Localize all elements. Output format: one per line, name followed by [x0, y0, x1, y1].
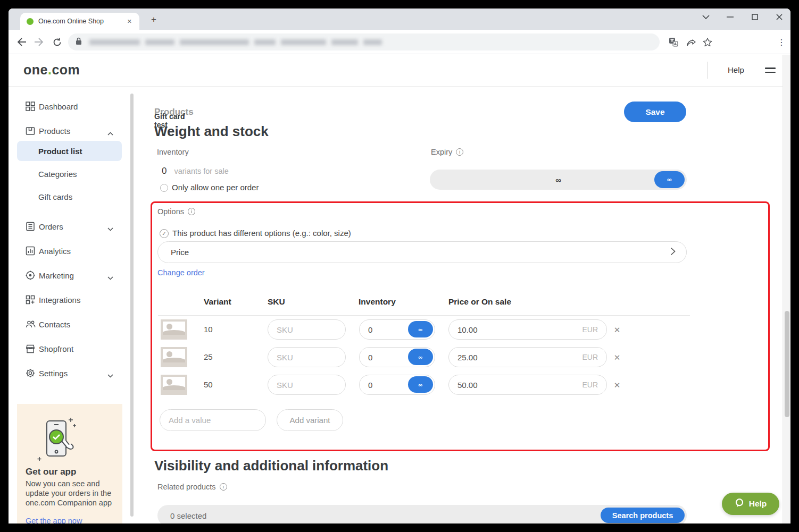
forward-icon[interactable] — [33, 36, 45, 48]
integrations-icon — [26, 295, 36, 305]
sku-input[interactable] — [268, 375, 346, 395]
dashboard-icon — [26, 102, 36, 112]
sidebar-item-analytics[interactable]: Analytics — [9, 241, 130, 261]
reload-icon[interactable] — [51, 36, 63, 48]
remove-variant-icon[interactable]: ✕ — [613, 353, 621, 362]
onecom-logo[interactable]: one.com — [23, 62, 80, 78]
expiry-infinity-toggle[interactable]: ∞ — [654, 171, 685, 188]
inventory-infinity-toggle[interactable]: ∞ — [408, 376, 433, 393]
variant-image-placeholder[interactable] — [161, 319, 187, 340]
change-order-link[interactable]: Change order — [157, 268, 205, 277]
expiry-field[interactable]: ∞ ∞ — [430, 170, 687, 190]
breadcrumb: Products / Gift card test — [154, 107, 194, 117]
sidebar-item-shopfront[interactable]: Shopfront — [9, 339, 130, 359]
option-name-select[interactable]: Price — [157, 241, 687, 263]
info-icon[interactable]: i — [456, 148, 463, 156]
sidebar-label: Integrations — [39, 295, 80, 305]
one-per-order-radio[interactable] — [160, 184, 168, 192]
sidebar-label: Contacts — [39, 320, 70, 329]
get-app-link[interactable]: Get the app now — [26, 517, 82, 523]
sidebar-label: Shopfront — [39, 344, 73, 353]
app-promo-card: Get our app Now you can see and update y… — [17, 404, 122, 523]
browser-menu-dots-icon[interactable]: ⋮ — [776, 36, 787, 48]
options-checkbox[interactable]: ✓ — [160, 229, 169, 238]
variant-image-placeholder[interactable] — [161, 375, 187, 395]
sidebar-label: Categories — [38, 170, 77, 179]
inventory-infinity-toggle[interactable]: ∞ — [408, 349, 433, 365]
promo-text: one.com Companion app — [26, 499, 112, 507]
inventory-field[interactable]: 0 ∞ — [359, 375, 435, 395]
sidebar-item-marketing[interactable]: Marketing — [9, 265, 130, 285]
translate-icon[interactable] — [668, 36, 679, 48]
sidebar-item-contacts[interactable]: Contacts — [9, 314, 130, 334]
chevron-right-icon — [670, 247, 676, 258]
browser-tab[interactable]: One.com Online Shop ✕ — [20, 13, 139, 30]
info-icon[interactable]: i — [220, 483, 227, 491]
window-chevron-icon[interactable] — [702, 13, 710, 21]
sidebar-label: Analytics — [39, 247, 71, 256]
remove-variant-icon[interactable]: ✕ — [613, 381, 621, 390]
inventory-field[interactable]: 0 ∞ — [359, 347, 435, 367]
marketing-icon — [26, 271, 36, 281]
sidebar-item-products[interactable]: Products — [9, 121, 130, 141]
sidebar-scrollbar[interactable] — [130, 94, 134, 517]
variant-value: 50 — [204, 375, 213, 395]
variant-value: 25 — [204, 347, 213, 367]
add-variant-button[interactable]: Add variant — [277, 409, 343, 431]
save-button[interactable]: Save — [624, 102, 686, 122]
lock-icon — [76, 37, 82, 47]
one-per-order-label: Only allow one per order — [172, 183, 259, 192]
browser-tab-bar: One.com Online Shop ✕ + — [9, 9, 790, 30]
page-scrollbar-thumb[interactable] — [785, 311, 789, 417]
currency-label: EUR — [582, 325, 598, 334]
sidebar-item-gift-cards[interactable]: Gift cards — [9, 187, 130, 207]
browser-toolbar: ⋮ — [9, 30, 790, 54]
variants-count: 0 — [162, 166, 167, 176]
sku-input[interactable] — [268, 319, 346, 340]
sku-input[interactable] — [268, 347, 346, 367]
info-icon[interactable]: i — [188, 208, 195, 215]
price-field[interactable]: EUR — [448, 347, 607, 367]
sidebar-item-settings[interactable]: Settings — [9, 363, 130, 383]
help-floating-button[interactable]: Help — [722, 493, 779, 515]
price-input[interactable] — [449, 325, 555, 334]
analytics-icon — [26, 246, 36, 256]
share-icon[interactable] — [686, 36, 697, 48]
header-help-link[interactable]: Help — [728, 65, 744, 74]
sidebar-item-product-list[interactable]: Product list — [17, 141, 122, 161]
price-input[interactable] — [449, 353, 555, 362]
back-icon[interactable] — [16, 36, 28, 48]
sidebar-item-categories[interactable]: Categories — [9, 164, 130, 184]
bookmark-star-icon[interactable] — [702, 36, 713, 48]
sidebar-item-integrations[interactable]: Integrations — [9, 290, 130, 310]
infinity-value: ∞ — [555, 175, 561, 184]
inventory-label: Inventory — [157, 148, 189, 156]
window-minimize-icon[interactable] — [726, 13, 734, 21]
sidebar-item-dashboard[interactable]: Dashboard — [9, 96, 130, 116]
window-maximize-icon[interactable] — [751, 13, 759, 21]
search-products-button[interactable]: Search products — [601, 508, 685, 523]
sidebar-item-orders[interactable]: Orders — [9, 216, 130, 237]
price-field[interactable]: EUR — [448, 375, 607, 395]
close-tab-icon[interactable]: ✕ — [125, 17, 134, 26]
price-input[interactable] — [449, 381, 555, 390]
orders-icon — [26, 222, 36, 232]
inventory-infinity-toggle[interactable]: ∞ — [408, 321, 433, 337]
page-scrollbar[interactable] — [783, 55, 790, 523]
col-header-variant: Variant — [204, 297, 231, 307]
hamburger-menu-icon[interactable] — [765, 67, 776, 75]
variant-image-placeholder[interactable] — [161, 347, 187, 367]
site-header: one.com Help — [9, 54, 790, 87]
new-tab-button[interactable]: + — [148, 14, 160, 26]
window-close-icon[interactable] — [775, 13, 784, 21]
add-value-input[interactable] — [160, 409, 266, 431]
price-field[interactable]: EUR — [448, 319, 607, 340]
remove-variant-icon[interactable]: ✕ — [613, 325, 621, 335]
table-header-divider — [158, 315, 690, 316]
inventory-field[interactable]: 0 ∞ — [359, 319, 435, 340]
sidebar-label: Gift cards — [38, 192, 72, 201]
contacts-icon — [26, 319, 36, 330]
blurred-url-text — [89, 39, 382, 45]
sidebar-label: Product list — [38, 147, 82, 156]
address-bar[interactable] — [68, 33, 660, 50]
